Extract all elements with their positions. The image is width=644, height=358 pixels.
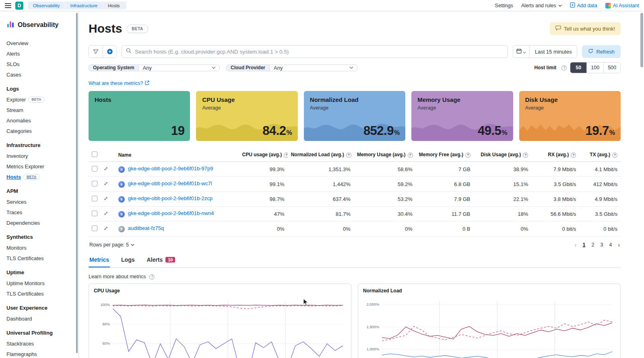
sidebar-item-label: Traces	[6, 209, 22, 215]
sidebar-item-dashboard[interactable]: Dashboard	[6, 316, 73, 322]
sidebar-item-stacktraces[interactable]: Stacktraces	[6, 341, 73, 347]
previous-page-icon[interactable]: ‹	[575, 242, 577, 248]
add-filter-button[interactable]	[103, 46, 116, 58]
column-header-memory-free-avg[interactable]: Memory Free (avg.)?	[416, 148, 474, 162]
sidebar-item-inventory[interactable]: Inventory	[6, 153, 73, 159]
sidebar-item-cases[interactable]: Cases	[6, 72, 73, 78]
refresh-button[interactable]: Refresh	[582, 45, 621, 58]
column-header-cpu-usage-avg[interactable]: CPU usage (avg.)?↓	[239, 148, 288, 162]
metric-tile-hosts[interactable]: Hosts 19	[89, 91, 190, 141]
metric-tile-normalized-load[interactable]: Normalized Load Average 852.9 %	[304, 91, 405, 141]
sidebar-item-slos[interactable]: SLOs	[6, 61, 73, 67]
host-icon	[118, 196, 125, 203]
select-all-checkbox[interactable]	[92, 151, 97, 157]
tab-logs[interactable]: Logs	[120, 253, 135, 267]
column-header-memory-usage-avg[interactable]: Memory Usage (avg.)?	[354, 148, 416, 162]
info-icon[interactable]: ?	[612, 153, 617, 158]
sidebar-item-explorer[interactable]: Explorer BETA	[6, 97, 73, 103]
learn-more-about-metrics[interactable]: Learn more about metrics ?	[89, 274, 155, 279]
row-checkbox[interactable]	[92, 196, 97, 201]
host-name-link[interactable]: auditbeat-fz75q	[128, 225, 164, 231]
column-header-tx-avg[interactable]: TX (avg.)?	[579, 148, 621, 162]
sidebar-scrollbar[interactable]	[76, 13, 78, 353]
column-label: RX (avg.)	[548, 152, 569, 157]
search-input[interactable]	[135, 49, 504, 55]
sidebar-item-alerts[interactable]: Alerts	[6, 51, 73, 57]
column-header-normalized-load-avg[interactable]: Normalized Load (avg.)?	[288, 148, 354, 162]
cell-normalized-load: 1,442%	[288, 177, 354, 192]
sidebar-item-stream[interactable]: Stream	[6, 107, 73, 113]
sidebar-item-traces[interactable]: Traces	[6, 209, 73, 215]
sidebar-item-metrics-explorer[interactable]: Metrics Explorer	[6, 163, 73, 170]
ai-assistant-button[interactable]: AI Assistant	[605, 3, 639, 8]
page-scrollbar[interactable]	[640, 13, 643, 67]
info-icon[interactable]: ?	[465, 153, 471, 158]
info-icon[interactable]: ?	[346, 153, 351, 158]
metric-tile-cpu-usage[interactable]: CPU Usage Average 84.2 %	[196, 91, 297, 141]
cloud-provider-select[interactable]: Cloud Provider Any	[226, 64, 357, 71]
row-checkbox[interactable]	[92, 211, 97, 216]
tab-metrics[interactable]: Metrics	[89, 253, 110, 267]
sidebar-item-flamegraphs[interactable]: Flamegraphs	[6, 351, 73, 357]
page-number-2[interactable]: 2	[591, 242, 594, 248]
next-page-icon[interactable]: ›	[618, 242, 620, 248]
menu-icon[interactable]	[5, 3, 11, 8]
host-name-link[interactable]: gke-edge-oblt-pool-2-9eb6f01b-wc7l	[128, 180, 212, 186]
alerts-and-rules-menu[interactable]: Alerts and rules	[521, 3, 562, 8]
sidebar-item-categories[interactable]: Categories	[6, 128, 73, 134]
expand-row-icon[interactable]	[103, 196, 108, 201]
main-content: Hosts BETA Tell us what you think!	[79, 11, 644, 358]
operating-system-select[interactable]: Operating System Any	[89, 64, 220, 71]
info-icon[interactable]: ?	[523, 153, 528, 158]
expand-row-icon[interactable]	[103, 166, 108, 171]
info-icon[interactable]: ?	[561, 65, 567, 70]
row-checkbox[interactable]	[92, 166, 97, 172]
column-header-disk-usage-avg[interactable]: Disk Usage (avg.)?	[474, 148, 532, 162]
sidebar-item-hosts[interactable]: Hosts BETA	[6, 174, 73, 180]
sidebar-item-services[interactable]: Services	[6, 199, 73, 205]
space-avatar[interactable]: D	[15, 2, 23, 10]
sidebar-item-tls-certificates[interactable]: TLS Certificates	[6, 291, 73, 297]
sidebar-item-monitors[interactable]: Monitors	[6, 245, 73, 251]
host-limit-option-500[interactable]: 500	[603, 62, 620, 73]
info-icon[interactable]: ?	[571, 153, 576, 158]
tab-alerts[interactable]: Alerts 10	[146, 253, 176, 267]
sidebar-item-dependencies[interactable]: Dependencies	[6, 220, 73, 226]
what-are-these-metrics-link[interactable]: What are these metrics?	[89, 81, 149, 86]
add-data-link[interactable]: Add data	[570, 2, 597, 9]
sidebar-item-anomalies[interactable]: Anomalies	[6, 118, 73, 124]
breadcrumb-hosts[interactable]: Hosts	[101, 2, 126, 10]
row-checkbox[interactable]	[92, 181, 97, 186]
sidebar-item-tls-certificates[interactable]: TLS Certificates	[6, 255, 73, 261]
expand-row-icon[interactable]	[103, 181, 108, 186]
page-number-1[interactable]: 1	[583, 242, 586, 248]
date-picker[interactable]: Last 15 minutes	[513, 45, 578, 58]
breadcrumb-observability[interactable]: Observability	[28, 2, 66, 10]
info-icon[interactable]: ?	[149, 274, 155, 279]
page-number-4[interactable]: 4	[609, 242, 612, 248]
metric-tile-disk-usage[interactable]: Disk Usage Average 19.7 %	[519, 91, 621, 141]
host-limit-option-100[interactable]: 100	[586, 62, 603, 73]
host-name-link[interactable]: gke-edge-oblt-pool-2-9eb6f01b-2zcp	[128, 195, 213, 201]
tile-title: Normalized Load	[310, 96, 399, 103]
column-header-rx-avg[interactable]: RX (avg.)?	[531, 148, 579, 162]
host-limit-option-50[interactable]: 50	[570, 62, 586, 73]
settings-link[interactable]: Settings	[495, 3, 513, 8]
time-range-value[interactable]: Last 15 minutes	[530, 49, 577, 55]
column-header-name[interactable]: Name	[115, 148, 239, 162]
host-name-link[interactable]: gke-edge-oblt-pool-2-9eb6f01b-97p9	[128, 166, 213, 172]
feedback-button[interactable]: Tell us what you think!	[550, 22, 621, 35]
page-number-3[interactable]: 3	[600, 242, 603, 248]
expand-row-icon[interactable]	[103, 211, 108, 216]
metric-tile-memory-usage[interactable]: Memory Usage Average 49.5 %	[411, 91, 513, 141]
row-checkbox[interactable]	[92, 226, 97, 231]
breadcrumb-infrastructure[interactable]: Infrastructure	[63, 2, 104, 10]
expand-row-icon[interactable]	[103, 226, 108, 231]
host-name-link[interactable]: gke-edge-oblt-pool-2-9eb6f01b-nwn4	[128, 210, 214, 216]
info-icon[interactable]: ?	[284, 153, 287, 158]
filter-button[interactable]	[89, 46, 103, 58]
sidebar-item-overview[interactable]: Overview	[6, 40, 73, 46]
rows-per-page-button[interactable]: Rows per page: 5	[89, 242, 134, 248]
sidebar-item-uptime-monitors[interactable]: Uptime Monitors	[6, 280, 73, 286]
info-icon[interactable]: ?	[408, 153, 413, 158]
